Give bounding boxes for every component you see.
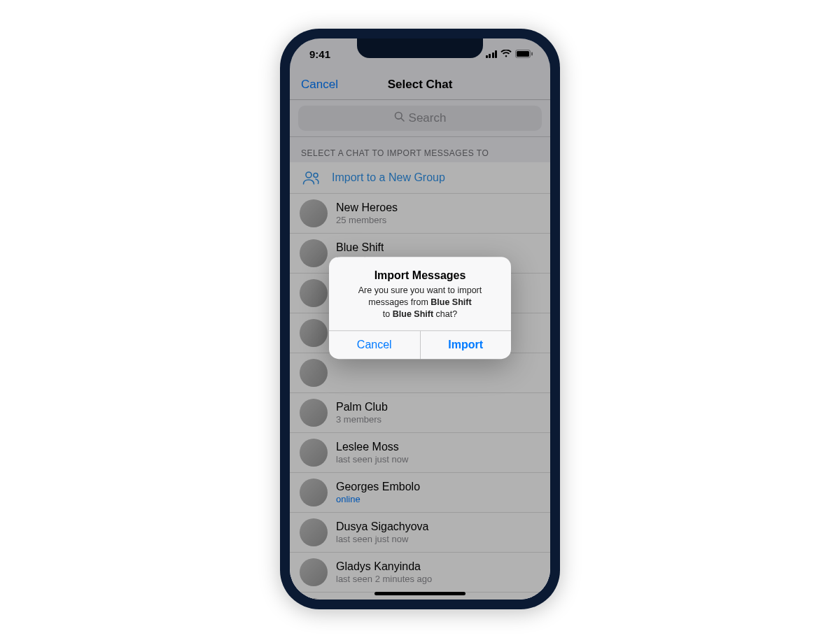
alert-title: Import Messages bbox=[340, 269, 500, 282]
home-indicator[interactable] bbox=[374, 592, 465, 595]
alert-cancel-button[interactable]: Cancel bbox=[329, 331, 421, 359]
phone-screen: 9:41 Cancel Select Chat Search bbox=[290, 38, 550, 600]
alert-message: Are you sure you want to import messages… bbox=[340, 285, 500, 320]
import-alert: Import Messages Are you sure you want to… bbox=[329, 257, 511, 359]
alert-import-button[interactable]: Import bbox=[421, 331, 512, 359]
phone-frame: 9:41 Cancel Select Chat Search bbox=[280, 29, 560, 609]
alert-body: Import Messages Are you sure you want to… bbox=[329, 257, 511, 330]
alert-actions: Cancel Import bbox=[329, 330, 511, 359]
